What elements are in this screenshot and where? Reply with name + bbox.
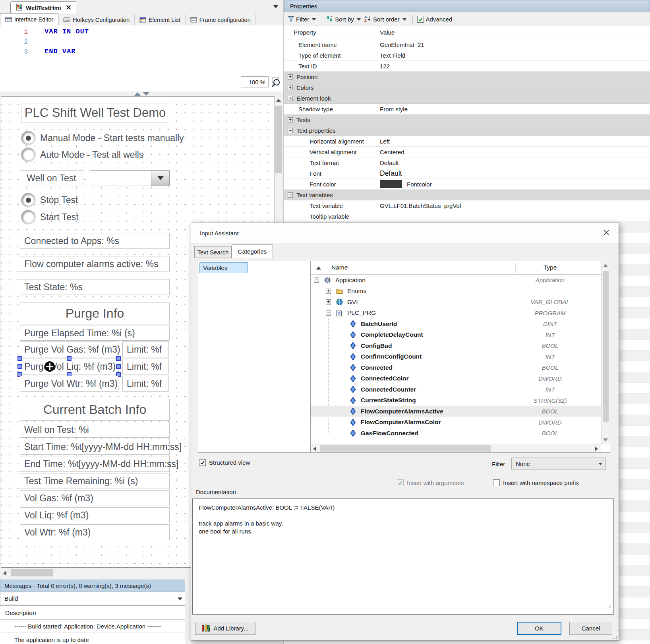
property-row-colors[interactable]: +Colors <box>284 82 650 93</box>
batch-field-1[interactable]: Start Time: %t[yyyy-MM-dd HH:mm:ss] <box>20 439 170 455</box>
purge-vol-field-0[interactable]: Purge Vol Gas: %f (m3) <box>20 341 118 357</box>
property-row-text-id[interactable]: Text ID122 <box>284 61 650 72</box>
subtab-interface-editor[interactable]: Interface Editor <box>0 13 58 26</box>
type-column-header[interactable]: Type <box>515 264 585 271</box>
subtab-element-list[interactable]: Element List <box>135 14 186 25</box>
collapse-icon[interactable]: − <box>288 128 293 133</box>
property-value[interactable]: GenElemInst_21 <box>376 39 650 50</box>
tab-categories[interactable]: Categories <box>232 244 273 258</box>
batch-field-5[interactable]: Vol Liq: %f (m3) <box>20 507 170 523</box>
selection-handle[interactable] <box>17 364 22 369</box>
purge-limit-field-2[interactable]: Limit: %f <box>122 376 169 392</box>
insert-with-namespace-checkbox[interactable] <box>493 479 500 486</box>
scroll-up-icon[interactable] <box>603 264 608 267</box>
move-anchor-icon[interactable] <box>44 361 55 372</box>
property-value[interactable]: From style <box>376 104 650 114</box>
tab-welltesthmi[interactable]: WellTestHmi <box>10 1 76 14</box>
scroll-thumb[interactable] <box>320 445 491 452</box>
close-icon[interactable] <box>600 227 613 238</box>
insert-with-arguments-checkbox[interactable] <box>397 479 404 486</box>
tree-item-connected[interactable]: ConnectedBOOL <box>311 362 601 373</box>
property-row-font[interactable]: FontDefault <box>284 168 650 179</box>
message-row[interactable]: The application is up to date <box>0 633 185 644</box>
subtab-frame-configuration[interactable]: Frame configuration <box>186 14 256 25</box>
selection-handle[interactable] <box>116 364 121 369</box>
editor-splitter[interactable] <box>0 91 283 96</box>
scroll-left-icon[interactable] <box>3 571 6 576</box>
property-value[interactable]: Centered <box>376 147 650 157</box>
collapse-icon[interactable]: − <box>288 192 293 198</box>
tree-item-flowcomputeralarmsactive[interactable]: FlowComputerAlarmsActiveBOOL <box>311 406 601 417</box>
purge-limit-field-1[interactable]: Limit: %f <box>122 359 169 374</box>
tree-item-confirmconfigcount[interactable]: ConfirmConfigCountINT <box>311 351 601 362</box>
selection-handle[interactable] <box>116 356 121 361</box>
property-row-text-format[interactable]: Text formatDefault <box>284 157 650 168</box>
expand-icon[interactable]: + <box>288 117 293 122</box>
well-on-test-label[interactable]: Well on Test <box>20 170 83 186</box>
property-value[interactable]: 122 <box>376 61 650 71</box>
batch-field-6[interactable]: Vol Wtr: %f (m3) <box>20 524 170 540</box>
filter-combobox[interactable]: None <box>511 458 606 469</box>
splitter-up-icon[interactable] <box>134 92 141 96</box>
property-row-text-variables[interactable]: −Text variables <box>284 190 650 200</box>
tree-vertical-scrollbar[interactable] <box>601 261 610 444</box>
selection-handle[interactable] <box>17 356 22 361</box>
property-value[interactable]: Default <box>376 168 650 178</box>
name-column-header[interactable]: Name <box>331 264 348 271</box>
tree-item-gasflowconnected[interactable]: GasFlowConnectedBOOL <box>311 428 601 438</box>
batch-field-3[interactable]: Test Time Remaining: %i (s) <box>20 473 170 489</box>
close-icon[interactable] <box>66 4 71 11</box>
scroll-thumb[interactable] <box>275 106 282 173</box>
categories-list[interactable]: Variables <box>198 261 310 453</box>
scroll-thumb[interactable] <box>603 271 609 422</box>
code-text[interactable]: END_VAR <box>44 48 75 55</box>
current-batch-info-title[interactable]: Current Batch Info <box>20 399 170 421</box>
sort-order-button[interactable]: Sort order <box>373 16 400 23</box>
funnel-icon[interactable] <box>288 16 294 23</box>
documentation-box[interactable]: ˅ FlowComputerAlarmsActive: BOOL := FALS… <box>192 499 614 615</box>
zoom-level[interactable]: 100 % <box>241 76 269 87</box>
code-text[interactable]: VAR_IN_OUT <box>44 28 89 35</box>
messages-category-combobox[interactable]: Build <box>0 592 185 605</box>
variables-tree[interactable]: −ApplicationApplication+Enums+GVLVAR_GLO… <box>311 275 601 444</box>
scroll-down-icon[interactable]: ˅ <box>608 603 611 611</box>
interface-editor-code[interactable]: 1VAR_IN_OUT23END_VAR 100 % <box>0 25 283 92</box>
messages-header[interactable]: Messages - Total 0 error(s), 0 warning(s… <box>0 580 185 592</box>
property-row-position[interactable]: +Position <box>284 72 650 82</box>
expand-icon[interactable]: + <box>326 299 331 305</box>
property-value[interactable]: Text Field <box>376 50 650 60</box>
collapse-icon[interactable]: − <box>314 277 319 283</box>
tree-item-currentstatestring[interactable]: CurrentStateStringSTRING(32) <box>311 395 601 406</box>
tree-item-plc_prg[interactable]: −PLC_PRGPROGRAM <box>311 308 601 318</box>
status-text-field-1[interactable]: Flow computer alarms active: %s <box>20 256 170 272</box>
tree-item-batchuserid[interactable]: BatchUserIdDINT <box>311 318 601 329</box>
expand-icon[interactable]: + <box>288 85 293 90</box>
sort-by-button[interactable]: Sort by <box>335 16 354 23</box>
font-color-swatch[interactable] <box>380 180 402 188</box>
property-value[interactable]: Left <box>376 136 650 146</box>
tree-item-connectedcolor[interactable]: ConnectedColorDWORD <box>311 373 601 384</box>
purge-info-title[interactable]: Purge Info <box>20 303 170 324</box>
collapse-icon[interactable]: − <box>326 310 331 316</box>
advanced-checkbox[interactable] <box>417 16 424 23</box>
property-row-element-look[interactable]: +Element look <box>284 93 650 104</box>
selection-handle[interactable] <box>67 356 72 361</box>
property-row-texts[interactable]: +Texts <box>284 114 650 125</box>
property-value[interactable]: Default <box>376 157 650 168</box>
expand-icon[interactable]: + <box>288 74 293 80</box>
structured-view-checkbox[interactable] <box>199 459 206 466</box>
expand-icon[interactable]: + <box>326 289 331 294</box>
property-value[interactable]: Fontcolor <box>376 179 650 189</box>
chevron-down-icon[interactable] <box>357 18 361 21</box>
property-value[interactable] <box>376 211 650 221</box>
message-row[interactable]: ------ Build started: Application: Devic… <box>0 620 185 633</box>
property-row-text-variable[interactable]: Text variableGVL.LF01.BatchStatus_prgVol <box>284 200 650 211</box>
tree-item-configbad[interactable]: ConfigBadBOOL <box>311 340 601 351</box>
batch-field-4[interactable]: Vol Gas: %f (m3) <box>20 490 170 506</box>
expand-icon[interactable]: + <box>288 96 293 101</box>
status-text-field-2[interactable]: Test State: %s <box>20 279 170 295</box>
property-column-header[interactable]: Property <box>294 29 316 36</box>
tree-horizontal-scrollbar[interactable] <box>311 444 601 452</box>
scroll-up-icon[interactable] <box>276 99 281 102</box>
splitter-down-icon[interactable] <box>143 92 149 96</box>
